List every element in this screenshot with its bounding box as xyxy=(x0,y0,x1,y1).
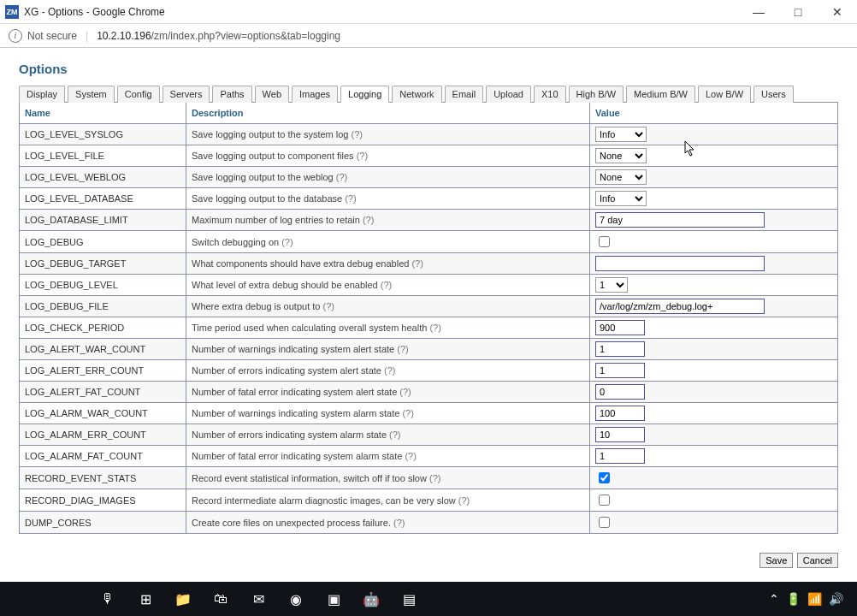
taskbar: 🎙⊞📁🛍✉◉▣🤖▤ ⌃🔋📶🔊 xyxy=(0,582,857,616)
option-checkbox[interactable] xyxy=(599,472,610,483)
option-row: LOG_LEVEL_WEBLOGSave logging output to t… xyxy=(20,167,838,188)
option-name: LOG_LEVEL_WEBLOG xyxy=(20,167,186,188)
tab-medium-b-w[interactable]: Medium B/W xyxy=(626,86,695,103)
option-checkbox[interactable] xyxy=(599,236,610,247)
close-button[interactable]: ✕ xyxy=(818,0,857,24)
tab-web[interactable]: Web xyxy=(255,86,289,103)
help-icon[interactable]: (?) xyxy=(402,408,413,418)
option-row: RECORD_EVENT_STATSRecord event statistic… xyxy=(20,467,838,489)
address-bar[interactable]: i Not secure | 10.2.10.196/zm/index.php?… xyxy=(0,24,857,48)
tab-low-b-w[interactable]: Low B/W xyxy=(698,86,751,103)
col-value: Value xyxy=(590,103,838,124)
android-icon[interactable]: 🤖 xyxy=(352,582,390,616)
url-path: /zm/index.php?view=options&tab=logging xyxy=(151,30,340,42)
tab-upload[interactable]: Upload xyxy=(486,86,531,103)
option-select[interactable]: None xyxy=(595,169,647,185)
help-icon[interactable]: (?) xyxy=(405,451,416,461)
tab-users[interactable]: Users xyxy=(754,86,794,103)
tab-config[interactable]: Config xyxy=(117,86,160,103)
volume-icon[interactable]: 🔊 xyxy=(829,592,843,606)
app2-icon[interactable]: ▤ xyxy=(390,582,428,616)
option-input[interactable] xyxy=(595,406,645,421)
option-row: LOG_DEBUG_LEVELWhat level of extra debug… xyxy=(20,275,838,296)
option-row: RECORD_DIAG_IMAGESRecord intermediate al… xyxy=(20,489,838,512)
option-select[interactable]: 1 xyxy=(595,277,628,293)
help-icon[interactable]: (?) xyxy=(322,301,334,311)
option-checkbox[interactable] xyxy=(599,517,610,528)
help-icon[interactable]: (?) xyxy=(389,429,400,440)
option-value-cell xyxy=(590,489,838,512)
tab-display[interactable]: Display xyxy=(19,86,65,103)
tab-email[interactable]: Email xyxy=(445,86,484,103)
option-desc: Save logging output to the database (?) xyxy=(186,188,590,210)
option-value-cell: None xyxy=(590,167,838,188)
option-select[interactable]: Info xyxy=(595,127,647,142)
taskview-icon[interactable]: ⊞ xyxy=(127,582,164,616)
option-input[interactable] xyxy=(595,448,645,464)
option-row: LOG_ALERT_ERR_COUNTNumber of errors indi… xyxy=(20,360,838,382)
option-value-cell xyxy=(590,512,838,534)
option-input[interactable] xyxy=(595,427,645,442)
option-input[interactable] xyxy=(595,256,765,271)
cancel-button[interactable]: Cancel xyxy=(797,553,838,568)
help-icon[interactable]: (?) xyxy=(363,215,374,225)
help-icon[interactable]: (?) xyxy=(399,387,411,397)
option-value-cell: None xyxy=(590,145,838,167)
tray-overflow-icon[interactable]: ⌃ xyxy=(769,592,779,606)
divider: | xyxy=(86,30,88,42)
help-icon[interactable]: (?) xyxy=(393,518,405,528)
app-icon: ZM xyxy=(5,5,19,19)
outlook-icon[interactable]: ✉ xyxy=(239,582,277,616)
help-icon[interactable]: (?) xyxy=(357,151,368,161)
page-title: Options xyxy=(19,62,838,76)
help-icon[interactable]: (?) xyxy=(411,258,423,269)
battery-icon[interactable]: 🔋 xyxy=(786,592,801,606)
tab-logging[interactable]: Logging xyxy=(340,86,389,103)
option-desc: Create core files on unexpected process … xyxy=(186,512,590,534)
help-icon[interactable]: (?) xyxy=(281,237,293,247)
tab-images[interactable]: Images xyxy=(292,86,338,103)
mic-icon[interactable]: 🎙 xyxy=(89,582,127,616)
help-icon[interactable]: (?) xyxy=(345,193,356,204)
option-name: LOG_ALARM_WAR_COUNT xyxy=(20,403,186,424)
help-icon[interactable]: (?) xyxy=(381,280,392,290)
tab-high-b-w[interactable]: High B/W xyxy=(569,86,624,103)
help-icon[interactable]: (?) xyxy=(384,365,395,376)
option-select[interactable]: None xyxy=(595,148,647,163)
option-checkbox[interactable] xyxy=(599,495,610,506)
tab-servers[interactable]: Servers xyxy=(163,86,210,103)
help-icon[interactable]: (?) xyxy=(352,129,363,139)
help-icon[interactable]: (?) xyxy=(336,172,347,182)
explorer-icon[interactable]: 📁 xyxy=(164,582,202,616)
option-name: LOG_LEVEL_FILE xyxy=(20,145,186,167)
option-input[interactable] xyxy=(595,384,645,400)
option-input[interactable] xyxy=(595,341,645,357)
minimize-button[interactable]: ― xyxy=(739,0,778,24)
wifi-icon[interactable]: 📶 xyxy=(807,592,822,606)
save-button[interactable]: Save xyxy=(759,553,793,568)
maximize-button[interactable]: □ xyxy=(778,0,818,24)
tab-paths[interactable]: Paths xyxy=(212,86,251,103)
tab-network[interactable]: Network xyxy=(392,86,441,103)
help-icon[interactable]: (?) xyxy=(397,344,408,354)
window-title: XG - Options - Google Chrome xyxy=(24,6,739,18)
app1-icon[interactable]: ▣ xyxy=(315,582,352,616)
chrome-icon[interactable]: ◉ xyxy=(277,582,315,616)
option-row: LOG_DEBUGSwitch debugging on (?) xyxy=(20,231,838,253)
info-icon[interactable]: i xyxy=(9,29,22,43)
insecure-label: Not secure xyxy=(27,30,77,42)
option-input[interactable] xyxy=(595,320,645,335)
help-icon[interactable]: (?) xyxy=(429,473,440,483)
tab-x10[interactable]: X10 xyxy=(534,86,566,103)
option-select[interactable]: Info xyxy=(595,191,647,206)
option-input[interactable] xyxy=(595,363,645,378)
tab-system[interactable]: System xyxy=(68,86,115,103)
option-row: LOG_LEVEL_DATABASESave logging output to… xyxy=(20,188,838,210)
option-name: LOG_ALARM_FAT_COUNT xyxy=(20,446,186,467)
help-icon[interactable]: (?) xyxy=(429,323,440,333)
store-icon[interactable]: 🛍 xyxy=(202,582,239,616)
option-value-cell xyxy=(590,210,838,231)
option-input[interactable] xyxy=(595,299,765,314)
option-input[interactable] xyxy=(595,212,765,228)
help-icon[interactable]: (?) xyxy=(458,495,470,506)
